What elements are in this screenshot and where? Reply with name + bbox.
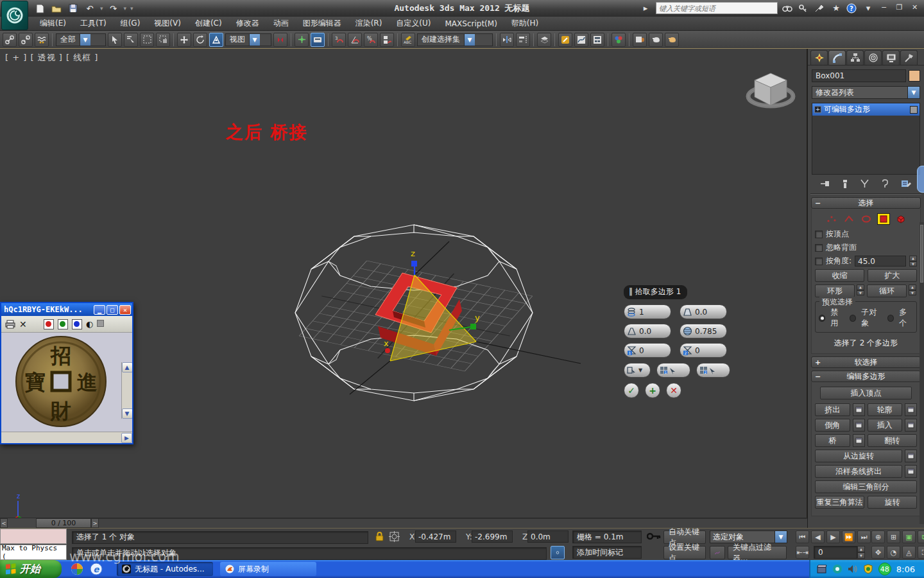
coin-close-button[interactable]: ✕ (119, 305, 131, 315)
edit-named-selection-sets-icon[interactable]: ABC (401, 33, 415, 47)
minimize-button[interactable]: ─ (878, 3, 889, 13)
configure-modifier-sets-icon[interactable] (901, 179, 912, 188)
menu-views[interactable]: 视图(V) (148, 17, 187, 30)
search-binoculars-icon[interactable] (782, 4, 794, 12)
angle-spinner[interactable]: ▲▼ (909, 256, 917, 267)
coin-window-titlebar[interactable]: hQc1RBYG-EKEkW... ▁ □ ✕ (1, 303, 132, 316)
inset-settings-icon[interactable] (905, 419, 917, 432)
play-icon[interactable]: ▶ (826, 530, 840, 543)
scroll-down-icon[interactable]: ▼ (122, 408, 133, 419)
caddy-smooth-control[interactable]: 0.785 (680, 324, 727, 338)
quicklaunch-media-icon[interactable] (71, 563, 83, 575)
extrude-along-spline-button[interactable]: 沿样条线挤出 (815, 465, 902, 478)
isolate-selection-icon[interactable] (551, 546, 565, 559)
angle-snap-icon[interactable] (348, 33, 362, 47)
menu-create[interactable]: 创建(C) (189, 17, 228, 30)
field-of-view-icon[interactable]: ◬ (902, 546, 916, 559)
menu-edit[interactable]: 编辑(E) (33, 17, 73, 30)
menu-help[interactable]: 帮助(H) (505, 17, 545, 30)
render-setup-icon[interactable] (633, 33, 647, 47)
hinge-settings-icon[interactable] (905, 450, 917, 462)
selection-filter-dropdown[interactable]: 全部▼ (56, 33, 106, 46)
caddy-pick-mode-button[interactable]: ▼ (624, 363, 651, 378)
select-and-rotate-icon[interactable] (193, 33, 207, 47)
menu-modifiers[interactable]: 修改器 (230, 17, 266, 30)
viewcube[interactable] (744, 63, 797, 116)
quicklaunch-browser-icon[interactable]: e (90, 563, 103, 575)
scroll-up-icon[interactable]: ▲ (122, 362, 133, 372)
reference-coordinate-dropdown[interactable]: 视图▼ (225, 33, 271, 46)
tab-modify[interactable] (828, 50, 846, 65)
next-key-icon[interactable]: ⏩ (842, 530, 855, 543)
modifier-stack[interactable]: + 可编辑多边形 (812, 103, 920, 175)
red-channel-button[interactable] (44, 319, 54, 329)
caddy-title[interactable]: ‖ 拾取多边形 1 (624, 285, 687, 299)
caddy-pick-target2-button[interactable]: 2 (696, 363, 730, 378)
coin-maximize-button[interactable]: □ (107, 305, 118, 315)
preview-subobj-radio[interactable] (850, 315, 856, 322)
caddy-bias-control[interactable]: 0.0 (624, 324, 671, 338)
print-icon[interactable] (5, 320, 15, 329)
flip-button[interactable]: 翻转 (868, 434, 918, 447)
insert-vertex-button[interactable]: 插入顶点 (820, 387, 912, 399)
selection-rollout-header[interactable]: −选择 (811, 197, 921, 209)
tab-motion[interactable] (864, 50, 882, 65)
zoom-extents-icon[interactable]: ▣ (902, 530, 916, 543)
percent-snap-icon[interactable]: % (364, 33, 378, 47)
key-filters-button[interactable]: 关键点过滤器... (728, 546, 787, 559)
infocenter-expand-arrow[interactable]: ▸ (640, 3, 651, 13)
stack-state-icon[interactable] (910, 106, 918, 114)
manage-layers-icon[interactable] (537, 33, 551, 47)
preview-disabled-radio[interactable] (819, 315, 825, 322)
current-frame-field[interactable]: 0 (814, 546, 857, 559)
caddy-cancel-button[interactable]: ✕ (666, 383, 681, 398)
save-icon[interactable] (67, 3, 80, 14)
bind-to-space-warp-icon[interactable] (35, 33, 49, 47)
reference-image-window[interactable]: hQc1RBYG-EKEkW... ▁ □ ✕ ✕ ◐ (0, 302, 133, 444)
render-production-icon[interactable] (665, 33, 679, 47)
absolute-mode-icon[interactable] (389, 531, 400, 542)
inset-button[interactable]: 插入 (868, 419, 903, 432)
rectangular-selection-region-icon[interactable] (140, 33, 154, 47)
set-key-button[interactable]: 设置关键点 (663, 546, 706, 559)
extrude-settings-icon[interactable] (853, 403, 865, 416)
outline-settings-icon[interactable] (905, 403, 917, 416)
select-object-icon[interactable] (108, 33, 122, 47)
pan-hand-icon[interactable]: ✥ (871, 546, 885, 559)
keyboard-shortcut-override-icon[interactable] (311, 33, 325, 47)
by-vertex-checkbox[interactable] (815, 231, 823, 238)
grow-button[interactable]: 扩大 (868, 269, 917, 282)
qat-customize-arrow[interactable]: ▾ (130, 5, 133, 12)
undo-dropdown-arrow[interactable]: ▾ (100, 5, 103, 12)
mirror-icon[interactable] (500, 33, 514, 47)
new-key-curve-icon[interactable] (710, 546, 725, 559)
communication-center-icon[interactable] (814, 4, 826, 13)
turn-button[interactable]: 旋转 (868, 496, 917, 509)
tab-create[interactable] (810, 50, 828, 65)
go-to-end-icon[interactable]: ⏭ (857, 530, 871, 543)
select-and-link-icon[interactable] (3, 33, 17, 47)
ignore-backfacing-checkbox[interactable] (815, 244, 823, 252)
subobject-polygon-icon[interactable] (877, 213, 890, 225)
subscription-key-icon[interactable] (798, 4, 810, 13)
edit-triangulation-button[interactable]: 编辑三角剖分 (815, 480, 917, 493)
extrude-spline-settings-icon[interactable] (905, 465, 917, 478)
caddy-segments-control[interactable]: 1 (624, 304, 671, 319)
time-slider[interactable]: 0 / 100 (36, 518, 91, 528)
green-channel-button[interactable] (58, 319, 68, 329)
maximize-viewport-icon[interactable]: ⛶ (918, 546, 924, 559)
caddy-taper-control[interactable]: 0.0 (680, 304, 727, 319)
ring-button[interactable]: 环形 (815, 285, 855, 297)
angle-value-field[interactable]: 45.0 (855, 256, 906, 267)
select-and-scale-icon[interactable] (209, 33, 223, 47)
coin-vertical-scrollbar[interactable]: ▲ ▼ (121, 362, 132, 419)
y-coord-field[interactable]: -2.699m (472, 530, 513, 543)
retriangulate-button[interactable]: 重复三角算法 (815, 496, 864, 509)
by-angle-checkbox[interactable] (815, 258, 823, 265)
schematic-view-icon[interactable] (590, 33, 604, 47)
loop-spinner[interactable]: ▲▼ (909, 285, 916, 295)
stack-item-editable-poly[interactable]: + 可编辑多边形 (812, 103, 920, 116)
restore-button[interactable]: ❐ (894, 3, 905, 13)
dropdown-arrow-icon[interactable]: ▼ (908, 86, 920, 99)
add-time-tag[interactable]: 添加时间标记 (572, 546, 642, 559)
